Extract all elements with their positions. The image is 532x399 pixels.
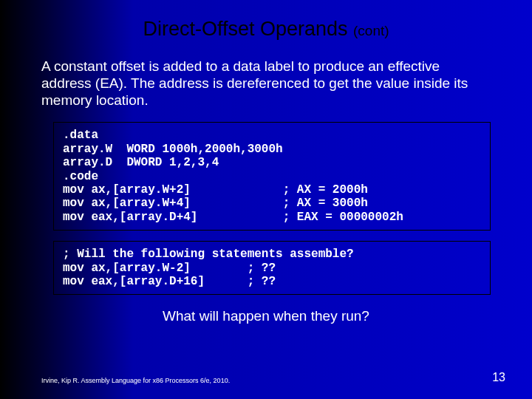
slide-title: Direct-Offset Operands (cont) <box>0 0 532 54</box>
page-number: 13 <box>492 371 505 384</box>
title-main: Direct-Offset Operands <box>143 18 353 40</box>
question-text: What will happen when they run? <box>0 305 532 324</box>
footer-citation: Irvine, Kip R. Assembly Language for x86… <box>41 377 230 384</box>
code-block-2: ; Will the following statements assemble… <box>53 241 491 295</box>
title-cont: (cont) <box>353 23 389 38</box>
code-block-1: .data array.W WORD 1000h,2000h,3000h arr… <box>53 122 491 231</box>
body-paragraph: A constant offset is added to a data lab… <box>0 54 532 119</box>
